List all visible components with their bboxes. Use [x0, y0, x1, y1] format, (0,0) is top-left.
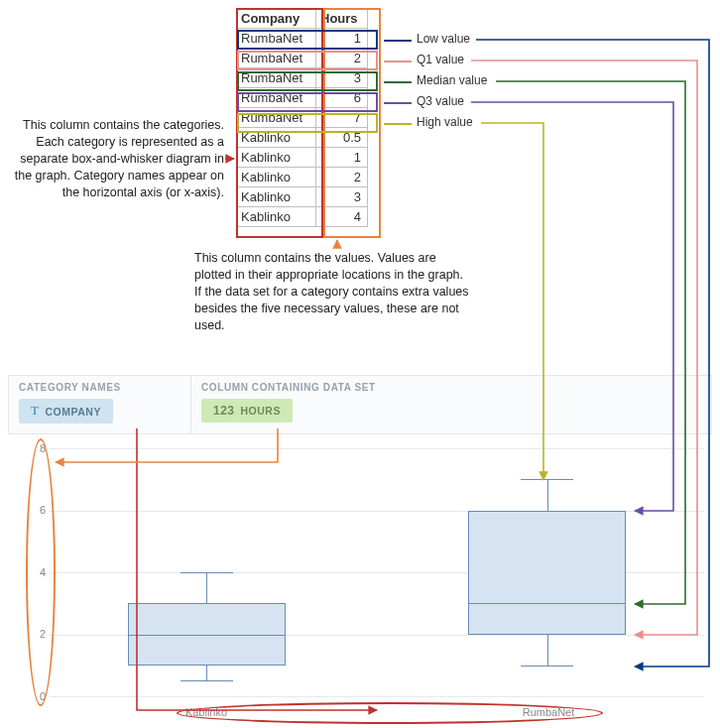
config-row: CATEGORY NAMES T COMPANY COLUMN CONTAINI… [8, 375, 712, 434]
label-q1: Q1 value [417, 53, 464, 66]
table-row: RumbaNet3 [237, 68, 368, 88]
boxplot-chart: 0 2 4 6 8 Kablinko Rumba [8, 444, 712, 720]
xaxis-highlight-ring [177, 702, 603, 724]
table-row: RumbaNet7 [237, 108, 368, 128]
pill-company[interactable]: T COMPANY [19, 399, 113, 424]
config-cell-dataset: COLUMN CONTAINING DATA SET 123 HOURS [191, 376, 711, 433]
table-row: RumbaNet2 [237, 49, 368, 68]
yaxis-highlight-ring [26, 438, 56, 706]
label-low: Low value [417, 32, 470, 46]
table-row: Kablinko0.5 [237, 128, 368, 148]
label-q3: Q3 value [417, 94, 464, 108]
col-header-company: Company [237, 9, 316, 29]
text-type-icon: T [31, 404, 40, 419]
explain-categories: This column contains the categories. Eac… [8, 117, 224, 200]
table-row: RumbaNet1 [237, 29, 368, 49]
config-cell-categories: CATEGORY NAMES T COMPANY [9, 376, 191, 433]
label-median: Median value [417, 73, 487, 87]
pill-hours[interactable]: 123 HOURS [201, 399, 293, 423]
diagram-root: Company Hours RumbaNet1 RumbaNet2 RumbaN… [0, 0, 720, 728]
box-rumbanet [468, 511, 625, 635]
table-row: Kablinko2 [237, 168, 368, 187]
plot-area [50, 448, 704, 696]
number-type-icon: 123 [213, 404, 235, 418]
col-header-hours: Hours [316, 9, 368, 29]
table-row: Kablinko4 [237, 207, 368, 227]
data-table: Company Hours RumbaNet1 RumbaNet2 RumbaN… [236, 8, 368, 227]
table-row: RumbaNet6 [237, 88, 368, 108]
table-row: Kablinko3 [237, 187, 368, 207]
table-row: Kablinko1 [237, 148, 368, 168]
label-high: High value [417, 115, 473, 129]
explain-values: This column contains the values. Values … [194, 250, 472, 333]
